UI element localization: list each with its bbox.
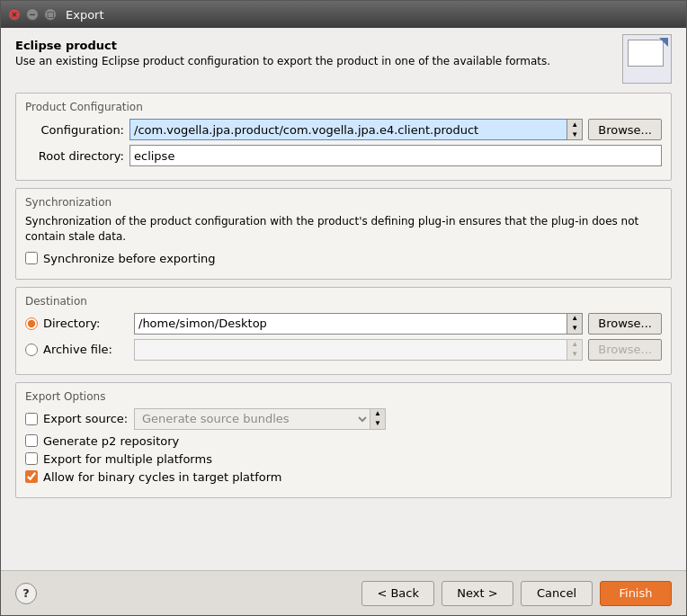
header-section: Eclipse product Use an existing Eclipse …	[15, 39, 672, 84]
archive-input[interactable]	[134, 339, 567, 361]
product-configuration-section: Product Configuration Configuration: ▲ ▼…	[15, 93, 672, 181]
directory-spinner: ▲ ▼	[567, 313, 583, 335]
spinner-up[interactable]: ▲	[567, 120, 582, 129]
multiple-platforms-label[interactable]: Export for multiple platforms	[43, 452, 212, 466]
sync-checkbox[interactable]	[25, 252, 38, 264]
binary-cycles-checkbox[interactable]	[25, 470, 38, 483]
next-button[interactable]: Next >	[442, 581, 513, 606]
archive-browse-button: Browse...	[588, 339, 662, 361]
binary-cycles-row: Allow for binary cycles in target platfo…	[25, 470, 662, 484]
close-icon: ×	[11, 10, 18, 19]
dir-spinner-up[interactable]: ▲	[567, 314, 582, 324]
synchronization-section: Synchronization Synchronization of the p…	[15, 188, 672, 280]
generate-p2-checkbox[interactable]	[25, 434, 38, 447]
multiple-platforms-row: Export for multiple platforms	[25, 452, 662, 466]
generate-p2-label[interactable]: Generate p2 repository	[43, 434, 179, 448]
window-title: Export	[66, 8, 104, 22]
maximize-button[interactable]: □	[44, 8, 57, 21]
multiple-platforms-checkbox[interactable]	[25, 452, 38, 465]
archive-label[interactable]: Archive file:	[43, 343, 129, 356]
configuration-row: Configuration: ▲ ▼ Browse...	[25, 119, 662, 140]
configuration-input[interactable]	[129, 119, 567, 140]
synchronization-description: Synchronization of the product configura…	[25, 214, 662, 245]
help-button[interactable]: ?	[15, 583, 37, 604]
finish-button[interactable]: Finish	[600, 581, 672, 606]
main-content: Eclipse product Use an existing Eclipse …	[1, 28, 686, 570]
page-description: Use an existing Eclipse product configur…	[15, 54, 622, 69]
arc-spinner-down: ▼	[567, 350, 582, 360]
export-source-checkbox[interactable]	[25, 413, 38, 425]
destination-title: Destination	[25, 295, 662, 308]
dir-spinner-down[interactable]: ▼	[567, 324, 582, 334]
root-directory-row: Root directory:	[25, 145, 662, 166]
product-configuration-title: Product Configuration	[25, 101, 662, 113]
export-source-select-wrapper: Generate source bundles ▲ ▼	[134, 408, 386, 430]
src-spinner-up[interactable]: ▲	[370, 409, 385, 419]
export-source-select[interactable]: Generate source bundles	[134, 408, 370, 430]
footer-buttons: < Back Next > Cancel Finish	[361, 581, 672, 606]
synchronization-title: Synchronization	[25, 196, 662, 209]
close-button[interactable]: ×	[8, 8, 21, 21]
eclipse-product-icon	[622, 34, 672, 84]
export-options-title: Export Options	[25, 390, 662, 403]
archive-spinner: ▲ ▼	[567, 339, 583, 361]
minimize-button[interactable]: −	[26, 8, 39, 21]
configuration-input-wrapper: ▲ ▼	[129, 119, 583, 140]
export-options-section: Export Options Export source: Generate s…	[15, 382, 672, 498]
binary-cycles-label[interactable]: Allow for binary cycles in target platfo…	[43, 470, 281, 484]
archive-row: Archive file: ▲ ▼ Browse...	[25, 339, 662, 361]
footer: ? < Back Next > Cancel Finish	[1, 570, 686, 615]
root-directory-label: Root directory:	[25, 149, 124, 163]
generate-p2-row: Generate p2 repository	[25, 434, 662, 448]
configuration-label: Configuration:	[25, 123, 124, 137]
root-directory-input[interactable]	[129, 145, 662, 166]
directory-browse-button[interactable]: Browse...	[588, 313, 662, 335]
sync-checkbox-row: Synchronize before exporting	[25, 252, 662, 265]
src-spinner-down[interactable]: ▼	[370, 419, 385, 429]
arc-spinner-up: ▲	[567, 340, 582, 350]
cancel-button[interactable]: Cancel	[521, 581, 593, 606]
export-source-spinner: ▲ ▼	[370, 408, 386, 430]
export-dialog: × − □ Export Eclipse product Use an exis…	[0, 0, 687, 616]
minimize-icon: −	[29, 10, 36, 19]
header-text: Eclipse product Use an existing Eclipse …	[15, 39, 622, 69]
directory-row: Directory: ▲ ▼ Browse...	[25, 313, 662, 335]
archive-input-wrapper: ▲ ▼	[134, 339, 583, 361]
directory-radio[interactable]	[25, 317, 38, 330]
page-title: Eclipse product	[15, 39, 622, 52]
directory-input[interactable]	[134, 313, 567, 335]
sync-checkbox-label[interactable]: Synchronize before exporting	[43, 252, 216, 265]
configuration-browse-button[interactable]: Browse...	[588, 119, 662, 140]
configuration-spinner: ▲ ▼	[567, 119, 583, 140]
directory-label[interactable]: Directory:	[43, 317, 129, 330]
maximize-icon: □	[47, 10, 55, 19]
export-source-label[interactable]: Export source:	[43, 412, 129, 425]
export-source-row: Export source: Generate source bundles ▲…	[25, 408, 662, 430]
directory-input-wrapper: ▲ ▼	[134, 313, 583, 335]
destination-section: Destination Directory: ▲ ▼ Browse... Arc…	[15, 287, 672, 375]
back-button[interactable]: < Back	[361, 581, 434, 606]
titlebar: × − □ Export	[1, 1, 686, 28]
spinner-down[interactable]: ▼	[567, 129, 582, 139]
archive-radio[interactable]	[25, 344, 38, 356]
